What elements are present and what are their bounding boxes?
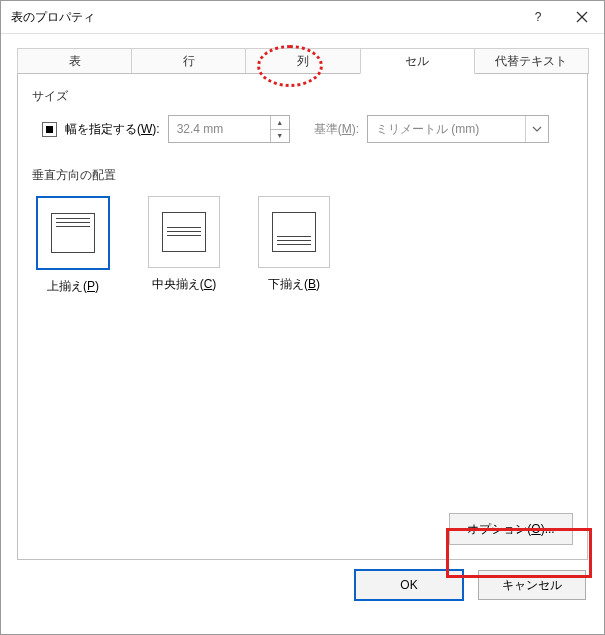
valign-caption: 上揃え(P) [47, 278, 99, 295]
window-title: 表のプロパティ [11, 9, 516, 26]
title-bar: 表のプロパティ ? [1, 1, 604, 34]
tab-label: 表 [69, 53, 81, 70]
close-button[interactable] [560, 1, 604, 33]
ok-button[interactable]: OK [354, 569, 464, 601]
tab-panel-cell: サイズ 幅を指定する(W): 32.4 mm ▲ ▼ 基準(M): ミリメートル… [17, 74, 588, 560]
spinner-arrows: ▲ ▼ [270, 116, 289, 142]
width-checkbox[interactable] [42, 122, 57, 137]
dialog-footer: OK キャンセル [1, 560, 604, 610]
tab-label: セル [405, 53, 429, 70]
valign-option-center[interactable]: 中央揃え(C) [148, 196, 220, 295]
valign-box [148, 196, 220, 268]
combo-arrow [525, 116, 548, 142]
spinner-up-icon[interactable]: ▲ [271, 116, 289, 129]
valign-center-icon [162, 212, 206, 252]
valign-box [36, 196, 110, 270]
tab-alt-text[interactable]: 代替テキスト [474, 48, 589, 74]
tab-strip: 表 行 列 セル 代替テキスト [17, 48, 588, 74]
valign-caption: 中央揃え(C) [152, 276, 217, 293]
unit-combo[interactable]: ミリメートル (mm) [367, 115, 549, 143]
dialog-window: 表のプロパティ ? 表 行 列 セル 代替テキスト サイズ 幅を指定する(W):… [0, 0, 605, 635]
checkbox-filled-icon [46, 126, 53, 133]
tab-cell[interactable]: セル [360, 48, 475, 74]
width-value: 32.4 mm [169, 116, 270, 142]
help-button[interactable]: ? [516, 1, 560, 33]
valign-section-label: 垂直方向の配置 [32, 167, 573, 184]
tab-label: 代替テキスト [495, 53, 567, 70]
width-spinner[interactable]: 32.4 mm ▲ ▼ [168, 115, 290, 143]
valign-option-top[interactable]: 上揃え(P) [36, 196, 110, 295]
valign-options: 上揃え(P) 中央揃え(C) [36, 196, 573, 295]
tab-row[interactable]: 行 [131, 48, 246, 74]
tab-column[interactable]: 列 [245, 48, 360, 74]
valign-option-bottom[interactable]: 下揃え(B) [258, 196, 330, 295]
width-row: 幅を指定する(W): 32.4 mm ▲ ▼ 基準(M): ミリメートル (mm… [42, 115, 573, 143]
width-checkbox-label: 幅を指定する(W): [65, 121, 160, 138]
valign-top-icon [51, 213, 95, 253]
cancel-button[interactable]: キャンセル [478, 570, 586, 600]
tab-label: 列 [297, 53, 309, 70]
cancel-label: キャンセル [502, 577, 562, 594]
unit-value: ミリメートル (mm) [368, 116, 525, 142]
tab-table[interactable]: 表 [17, 48, 132, 74]
close-icon [576, 11, 588, 23]
options-button[interactable]: オプション(O)... [449, 513, 573, 545]
valign-box [258, 196, 330, 268]
ok-label: OK [400, 578, 417, 592]
spinner-down-icon[interactable]: ▼ [271, 129, 289, 143]
tab-label: 行 [183, 53, 195, 70]
size-section-label: サイズ [32, 88, 573, 105]
unit-label: 基準(M): [314, 121, 359, 138]
chevron-down-icon [532, 126, 542, 132]
valign-caption: 下揃え(B) [268, 276, 320, 293]
valign-bottom-icon [272, 212, 316, 252]
